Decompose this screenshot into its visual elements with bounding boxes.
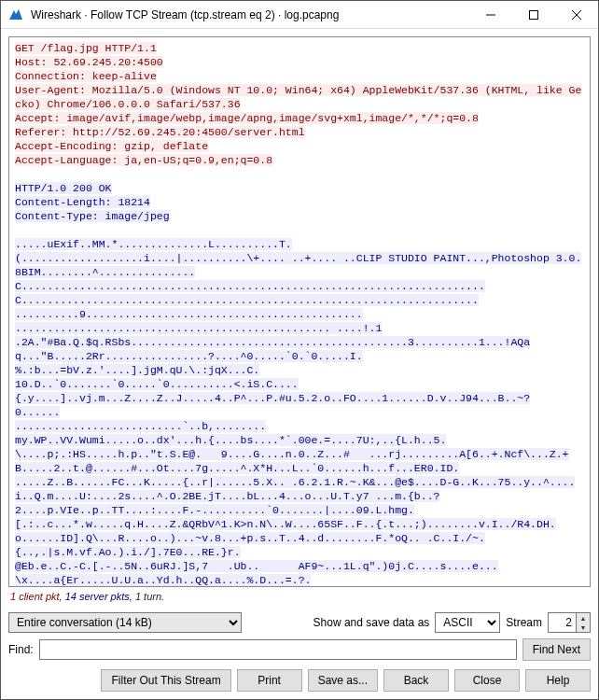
stream-content[interactable]: GET /flag.jpg HTTP/1.1 Host: 52.69.245.2…: [8, 36, 591, 587]
client-data: Connection: keep-alive: [15, 70, 157, 82]
server-data: Content-Length: 18214: [15, 196, 150, 208]
conversation-select[interactable]: Entire conversation (14 kB): [8, 612, 242, 633]
wireshark-window: Wireshark · Follow TCP Stream (tcp.strea…: [0, 0, 599, 700]
client-data: GET /flag.jpg HTTP/1.1: [15, 42, 157, 54]
show-save-label: Show and save data as: [313, 616, 430, 629]
server-data: %.:b...=bV.z.'....].jgM.qU.\.:jqX...C.: [15, 364, 259, 376]
close-dialog-button[interactable]: Close: [454, 669, 520, 692]
app-icon: [8, 7, 23, 22]
client-data: Referer: http://52.69.245.20:4500/server…: [15, 126, 305, 138]
titlebar: Wireshark · Follow TCP Stream (tcp.strea…: [1, 1, 598, 29]
client-data: Accept-Encoding: gzip, deflate: [15, 140, 208, 152]
controls-row-1: Entire conversation (14 kB) Show and sav…: [8, 609, 591, 636]
minimize-button[interactable]: [469, 1, 512, 28]
format-select[interactable]: ASCII: [435, 612, 500, 633]
server-data: Content-Type: image/jpeg: [15, 210, 170, 222]
find-input[interactable]: [39, 639, 517, 660]
server-data: my.WP..VV.Wumi.....o..dx'...h.{....bs...…: [15, 434, 446, 446]
filter-out-button[interactable]: Filter Out This Stream: [101, 669, 230, 692]
server-data: ........................................…: [15, 322, 382, 334]
server-data: .....Z..B......FC...K.....{..r|......5.X…: [15, 476, 575, 502]
save-as-button[interactable]: Save as...: [308, 669, 378, 692]
stream-up-button[interactable]: ▲: [577, 613, 590, 623]
maximize-button[interactable]: [512, 1, 555, 28]
print-button[interactable]: Print: [237, 669, 302, 692]
close-button[interactable]: [555, 1, 598, 28]
server-data: ..........................`..b,........: [15, 420, 266, 432]
client-data: Accept: image/avif,image/webp,image/apng…: [15, 112, 479, 124]
server-data: 0......: [15, 406, 60, 418]
window-controls: [469, 1, 598, 28]
server-data: HTTP/1.0 200 OK: [15, 182, 112, 194]
help-button[interactable]: Help: [525, 669, 591, 692]
server-data: (...................i....|..........\+..…: [15, 252, 581, 306]
find-row: Find: Find Next: [8, 636, 591, 664]
client-pkt-count: 1 client pkt,: [10, 591, 63, 602]
stream-number-input[interactable]: [548, 612, 576, 633]
turn-count: 1 turn.: [132, 591, 164, 602]
server-data: @Eb.e..C.-C.[.-..5N..6uRJ.]S,7 .Ub.. AF9…: [15, 560, 498, 572]
client-data: User-Agent: Mozilla/5.0 (Windows NT 10.0…: [15, 84, 581, 110]
stream-label: Stream: [506, 616, 542, 629]
server-data: 10.D..`0.......`0.....`0..........<.iS.C…: [15, 378, 299, 390]
content-area: GET /flag.jpg HTTP/1.1 Host: 52.69.245.2…: [1, 29, 598, 699]
status-line: 1 client pkt, 14 server pkts, 1 turn.: [8, 587, 591, 609]
server-data: \x....a{Er.....U.U.a..Yd.h..QQ.a....%.D.…: [15, 574, 311, 586]
server-pkt-count: 14 server pkts,: [63, 591, 132, 602]
find-label: Find:: [8, 643, 34, 656]
window-title: Wireshark · Follow TCP Stream (tcp.strea…: [31, 8, 469, 21]
server-data: [.:..c...*.w.....q.H....Z.&QRbV^1.K>n.N\…: [15, 518, 556, 544]
server-data: ..........9.............................…: [15, 308, 363, 320]
server-data: \....p;.:HS.....h.p.."t.S.E@. 9....G....…: [15, 448, 569, 474]
svg-rect-1: [530, 10, 538, 19]
find-next-button[interactable]: Find Next: [522, 638, 591, 661]
server-data: 2....p.VIe..p..TT....:....F.-..........`…: [15, 504, 414, 516]
client-data: Host: 52.69.245.20:4500: [15, 56, 163, 68]
server-data: .....uExif..MM.*..............L.........…: [15, 238, 292, 250]
stream-down-button[interactable]: ▼: [577, 623, 590, 632]
button-row: Filter Out This Stream Print Save as... …: [8, 664, 591, 692]
server-data: {.y....]..vj.m...Z....Z..J.....4..P^...P…: [15, 392, 530, 404]
stream-spinner: ▲ ▼: [548, 612, 591, 633]
back-button[interactable]: Back: [383, 669, 449, 692]
server-data: {..,.|s.M.vf.Ao.).i./].7E0...RE.}r.: [15, 546, 241, 558]
client-data: Accept-Language: ja,en-US;q=0.9,en;q=0.8: [15, 154, 272, 166]
server-data: .2A."#Ba.Q.$q.RSbs......................…: [15, 336, 530, 362]
